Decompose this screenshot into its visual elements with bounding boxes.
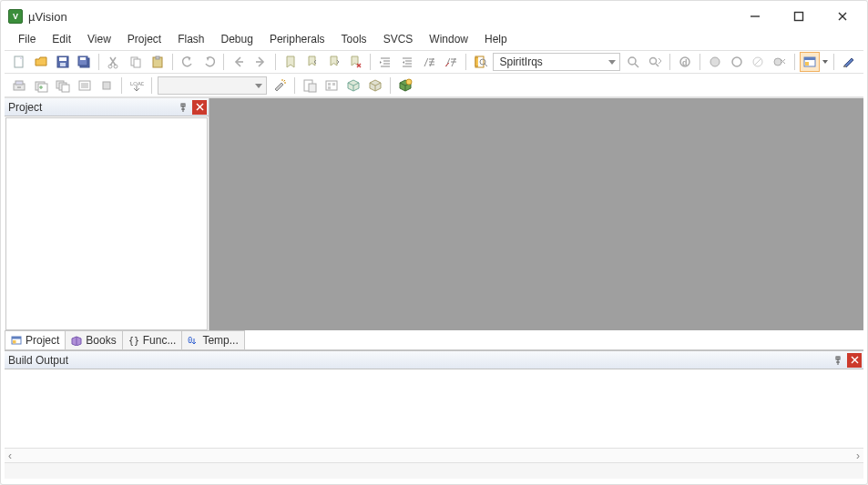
menu-tools[interactable]: Tools <box>333 30 375 48</box>
incremental-find-button[interactable] <box>645 52 665 72</box>
translate-button[interactable] <box>9 76 29 96</box>
output-scrollbar[interactable]: ‹ › <box>5 448 863 462</box>
output-close-button[interactable] <box>847 353 862 368</box>
titlebar: µVision <box>5 5 863 28</box>
save-button[interactable] <box>53 52 73 72</box>
menu-svcs[interactable]: SVCS <box>375 30 422 48</box>
project-window-dropdown[interactable] <box>821 52 830 72</box>
manage-components-button[interactable] <box>395 76 415 96</box>
download-button[interactable]: LOAD <box>127 76 147 96</box>
menu-help[interactable]: Help <box>476 30 516 48</box>
project-pin-button[interactable] <box>176 100 190 115</box>
close-button[interactable] <box>831 6 854 26</box>
build-button[interactable] <box>31 76 51 96</box>
uncomment-button[interactable]: // <box>441 52 461 72</box>
batch-build-button[interactable] <box>75 76 95 96</box>
paste-button[interactable] <box>148 52 168 72</box>
tab-books-label: Books <box>86 334 116 347</box>
svg-line-41 <box>635 64 638 67</box>
nav-forward-button[interactable] <box>250 52 271 72</box>
find-combo-text: SpiritIrqs <box>499 56 542 68</box>
scroll-left-icon[interactable]: ‹ <box>8 450 12 462</box>
svg-rect-54 <box>804 57 815 60</box>
maximize-button[interactable] <box>787 6 811 26</box>
bookmark-clear-button[interactable] <box>346 52 366 72</box>
rebuild-button[interactable] <box>53 76 73 96</box>
separator <box>223 54 224 70</box>
target-options-button[interactable] <box>270 76 290 96</box>
undo-button[interactable] <box>178 52 198 72</box>
app-icon <box>8 9 23 24</box>
svg-rect-82 <box>13 340 16 344</box>
tab-project-label: Project <box>26 334 59 347</box>
project-close-button[interactable] <box>192 100 207 115</box>
svg-rect-7 <box>60 63 66 66</box>
select-packs-button[interactable] <box>343 76 363 96</box>
tab-books[interactable]: Books <box>65 330 122 349</box>
project-tree[interactable] <box>5 117 208 330</box>
build-output-header: Build Output <box>5 351 863 369</box>
new-file-button[interactable] <box>9 52 29 72</box>
find-combo[interactable]: SpiritIrqs <box>493 53 620 71</box>
breakpoint-disable-button[interactable] <box>749 52 769 72</box>
menu-project[interactable]: Project <box>119 30 169 48</box>
project-panel-header: Project <box>5 98 209 116</box>
bookmark-toggle-button[interactable] <box>281 52 301 72</box>
copy-button[interactable] <box>126 52 146 72</box>
menu-view[interactable]: View <box>79 30 119 48</box>
separator <box>275 54 276 70</box>
tab-project[interactable]: Project <box>5 330 66 349</box>
menu-edit[interactable]: Edit <box>44 30 79 48</box>
breakpoint-enable-button[interactable] <box>727 52 747 72</box>
indent-button[interactable] <box>375 52 395 72</box>
toolbar-main: // // SpiritIrqs d <box>5 50 863 74</box>
svg-line-43 <box>656 64 659 66</box>
breakpoint-insert-button[interactable] <box>705 52 725 72</box>
menu-debug[interactable]: Debug <box>213 30 261 48</box>
redo-button[interactable] <box>199 52 220 72</box>
debug-button[interactable]: d <box>675 52 695 72</box>
minimize-button[interactable] <box>743 6 767 26</box>
cut-button[interactable] <box>104 52 124 72</box>
menu-peripherals[interactable]: Peripherals <box>261 30 333 48</box>
nav-back-button[interactable] <box>229 52 249 72</box>
pack-installer-button[interactable] <box>365 76 385 96</box>
svg-rect-55 <box>805 62 809 66</box>
file-ext-button[interactable] <box>300 76 320 96</box>
find-in-files-button[interactable] <box>471 52 491 72</box>
menu-window[interactable]: Window <box>421 30 476 48</box>
svg-rect-14 <box>134 59 140 67</box>
target-combo[interactable] <box>158 76 267 95</box>
svg-rect-10 <box>80 57 86 60</box>
scroll-right-icon[interactable]: › <box>856 450 860 462</box>
separator <box>121 77 122 94</box>
svg-rect-68 <box>103 82 110 89</box>
manage-rtos-button[interactable] <box>322 76 342 96</box>
tab-templates[interactable]: 0 Temp... <box>181 330 244 349</box>
menu-file[interactable]: File <box>10 30 44 48</box>
project-panel-title: Project <box>8 101 42 114</box>
open-file-button[interactable] <box>31 52 51 72</box>
save-all-button[interactable] <box>74 52 94 72</box>
svg-rect-81 <box>12 337 21 339</box>
output-pin-button[interactable] <box>831 353 845 368</box>
stop-build-button[interactable] <box>97 76 117 96</box>
toolbar-build: LOAD <box>5 74 863 97</box>
separator <box>833 54 834 70</box>
build-output-title: Build Output <box>8 354 68 367</box>
breakpoint-kill-button[interactable] <box>770 52 790 72</box>
outdent-button[interactable] <box>397 52 417 72</box>
bookmark-prev-button[interactable] <box>302 52 322 72</box>
svg-rect-56 <box>843 66 846 67</box>
project-window-button[interactable] <box>800 52 820 72</box>
tab-functions[interactable]: {} Func... <box>122 330 183 349</box>
menu-flash[interactable]: Flash <box>169 30 212 48</box>
build-output-body[interactable] <box>5 369 863 448</box>
svg-point-46 <box>710 57 720 66</box>
project-panel: Project <box>5 98 209 331</box>
bookmark-next-button[interactable] <box>324 52 344 72</box>
separator <box>669 54 670 70</box>
find-button[interactable] <box>623 52 643 72</box>
configure-button[interactable] <box>839 52 859 72</box>
comment-button[interactable]: // <box>419 52 439 72</box>
